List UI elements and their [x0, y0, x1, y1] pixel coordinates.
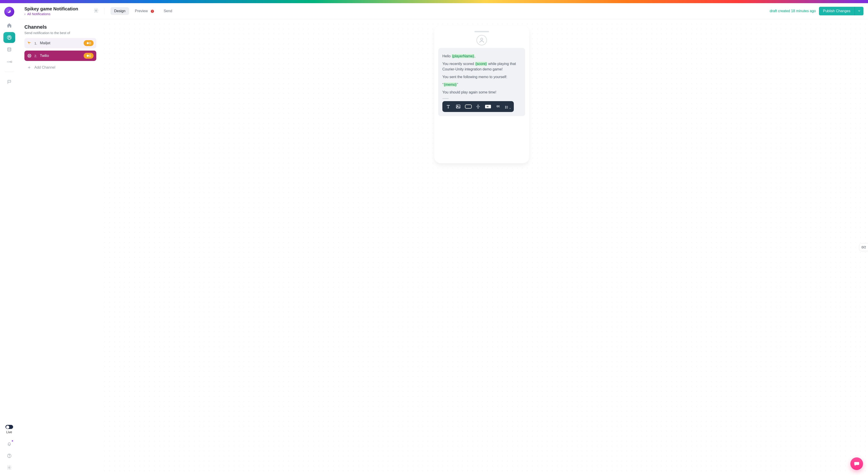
twilio-icon [27, 54, 32, 58]
gear-icon [7, 465, 12, 470]
svg-rect-23 [456, 105, 460, 108]
svg-point-16 [29, 55, 29, 56]
notification-settings-button[interactable] [94, 8, 98, 14]
variable-score: {score} [475, 62, 487, 66]
message-line-5: You should play again some time! [442, 90, 521, 95]
chevron-down-icon [858, 9, 861, 12]
gear-icon [94, 8, 98, 13]
toolbar-quote[interactable] [495, 103, 501, 110]
topbar-divider [104, 8, 105, 14]
view-tabs: Design Preview Send [111, 7, 176, 15]
chat-launcher[interactable] [850, 457, 863, 470]
brand-logo[interactable] [4, 7, 14, 17]
tab-preview-label: Preview [135, 9, 148, 13]
design-canvas: Hello {playerName}, You recently scored … [100, 19, 868, 475]
live-label: Live [6, 430, 12, 434]
variable-memo: {memo} [443, 82, 457, 87]
flag-icon [7, 79, 12, 84]
sidebar-item-design[interactable] [3, 32, 15, 43]
tab-send[interactable]: Send [160, 7, 176, 15]
channel-label: Mailjet [40, 41, 51, 45]
back-to-all-link[interactable]: ‹ All Notifications [24, 12, 88, 16]
block-counter[interactable]: 0/2 [859, 243, 868, 251]
svg-point-27 [505, 106, 506, 107]
svg-rect-20 [87, 55, 88, 57]
svg-rect-14 [89, 42, 91, 44]
sidebar-item-integrations[interactable] [3, 57, 15, 67]
sidebar-separator [5, 72, 13, 72]
avatar-placeholder [476, 35, 487, 45]
channels-subtitle: Send notification to the best of [24, 31, 96, 35]
svg-point-12 [152, 12, 153, 12]
channel-label: Twilio [40, 54, 49, 58]
text: Hello [442, 54, 452, 58]
channel-row-mailjet[interactable]: 1. Mailjet [24, 38, 96, 48]
message-card[interactable]: Hello {playerName}, You recently scored … [438, 48, 525, 116]
channel-plug-toggle[interactable] [84, 40, 94, 46]
quote-close: ” [457, 82, 458, 87]
help-icon [7, 453, 12, 458]
sidebar-settings[interactable] [5, 464, 13, 471]
svg-point-28 [505, 107, 506, 107]
text: You recently scored [442, 62, 475, 66]
chat-icon [854, 461, 860, 467]
message-line-4: “{memo}” [442, 82, 521, 88]
database-icon [7, 47, 12, 52]
channel-row-twilio[interactable]: 2. Twilio [24, 50, 96, 61]
svg-rect-5 [11, 61, 12, 63]
message-line-3: You sent the following memo to yourself: [442, 74, 521, 80]
publish-dropdown[interactable] [855, 7, 864, 15]
channel-plug-toggle[interactable] [84, 53, 94, 59]
tab-preview[interactable]: Preview [131, 7, 158, 15]
channel-index: 1. [34, 41, 37, 45]
svg-point-18 [29, 56, 29, 57]
notification-dot [11, 440, 13, 442]
phone-speaker-bar [474, 31, 489, 32]
sidebar-help[interactable] [5, 452, 13, 460]
quote-icon [495, 104, 500, 109]
user-icon [478, 37, 485, 43]
toolbar-markdown[interactable]: M↓ [485, 103, 491, 110]
home-icon [6, 23, 12, 28]
svg-point-8 [8, 467, 10, 468]
toolbar-image[interactable] [455, 103, 461, 110]
markdown-icon: M↓ [485, 105, 491, 109]
variable-playerName: {playerName} [452, 54, 474, 58]
draft-status: draft created 18 minutes ago [770, 9, 816, 13]
toolbar-text[interactable] [445, 103, 452, 110]
bell-icon [7, 442, 12, 447]
toolbar-divider[interactable] [475, 103, 481, 110]
palette-icon [6, 35, 12, 40]
warning-badge-icon [151, 9, 154, 13]
svg-point-3 [10, 37, 10, 38]
svg-rect-11 [152, 10, 153, 11]
button-icon [465, 105, 472, 109]
mailjet-icon [27, 41, 32, 45]
chevron-left-icon: ‹ [24, 12, 26, 16]
toolbar-list[interactable] [505, 103, 511, 110]
svg-rect-13 [87, 42, 88, 44]
device-preview: Hello {playerName}, You recently scored … [434, 26, 529, 163]
live-toggle[interactable]: Live [5, 425, 13, 434]
text: , [474, 54, 475, 58]
brand-rainbow-bar [0, 0, 868, 3]
divider-icon [475, 104, 480, 109]
title-block: Spikey game Notification ‹ All Notificat… [24, 6, 88, 16]
sidebar-item-data[interactable] [3, 44, 15, 55]
sidebar-item-home[interactable] [3, 20, 15, 31]
message-line-2: You recently scored {score} while playin… [442, 61, 521, 72]
sidebar-notifications[interactable] [5, 440, 13, 448]
toggle-switch[interactable] [5, 425, 13, 429]
add-channel-button[interactable]: Add Channel [24, 63, 96, 72]
plug-icon [86, 41, 92, 45]
plug-icon [86, 54, 92, 58]
publish-button[interactable]: Publish Changes [819, 7, 855, 15]
svg-text:M↓: M↓ [487, 105, 490, 108]
tab-design[interactable]: Design [111, 7, 129, 15]
toolbar-button[interactable] [465, 103, 471, 110]
svg-point-4 [7, 48, 11, 49]
plus-icon [27, 65, 32, 70]
back-label: All Notifications [27, 12, 51, 16]
sidebar-item-flags[interactable] [3, 76, 15, 88]
image-icon [456, 104, 461, 109]
